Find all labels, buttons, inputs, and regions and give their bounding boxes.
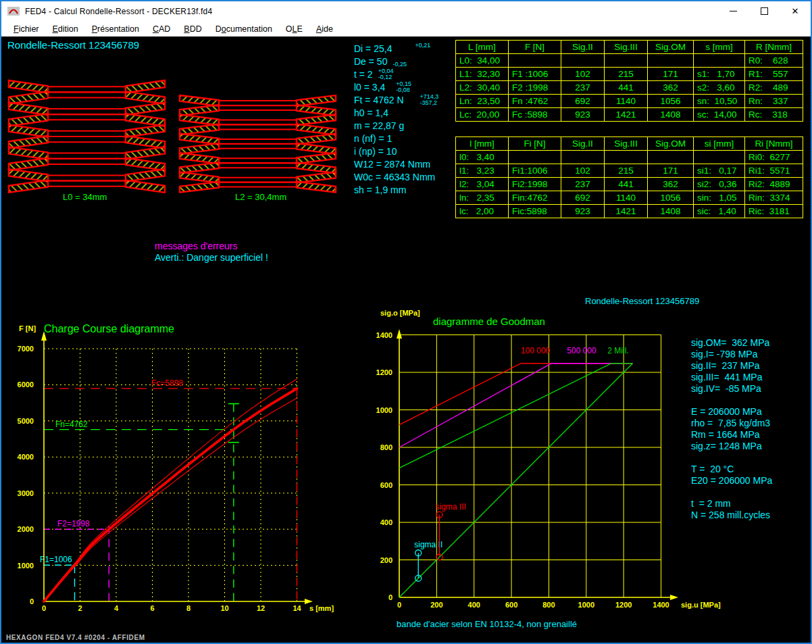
app-icon [7, 7, 20, 16]
menu-item-bdd[interactable]: BDD [177, 24, 208, 34]
stress-value-line: T = 20 °C [691, 464, 772, 475]
column-header: s [mm] [694, 41, 745, 54]
svg-text:200: 200 [430, 601, 442, 609]
maximize-button[interactable] [748, 1, 780, 21]
table-cell: l2: 3,04 [456, 178, 509, 191]
table-cell: ln: 2,35 [456, 191, 509, 205]
table-cell: si2: 0,36 [694, 178, 745, 191]
table-cell: 362 [648, 178, 694, 191]
table-cell: 441 [605, 81, 648, 95]
menu-item-documentation[interactable]: Documentation [209, 24, 279, 34]
table-cell: F1 :1006 [509, 68, 561, 81]
table-row: L1: 32,30F1 :1006102215171s1: 1,70R1: 55… [456, 68, 803, 81]
stress-value-line [691, 487, 772, 498]
table-cell: R2: 489 [745, 81, 803, 95]
table-cell: L0: 34,00 [456, 54, 509, 68]
table-cell: Lc: 20,00 [456, 108, 509, 122]
table-cell: Ri0: 6277 [745, 151, 803, 164]
table-cell [561, 54, 605, 68]
svg-text:3000: 3000 [18, 489, 34, 497]
svg-text:F [N]: F [N] [19, 324, 36, 332]
goodman-footnote: bande d'acier selon EN 10132-4, non gren… [397, 619, 577, 629]
stress-value-line: sig.IV= -85 MPa [691, 383, 772, 395]
column-header: Fi [N] [509, 137, 561, 151]
svg-text:500 000: 500 000 [567, 346, 597, 355]
menu-item-fichier[interactable]: Fichier [7, 24, 46, 34]
table-cell [694, 54, 745, 68]
table-cell: Fc :5898 [509, 108, 561, 122]
table-row: l0: 3,40Ri0: 6277 [456, 151, 803, 164]
minimize-button[interactable] [717, 1, 748, 21]
svg-text:2 Mill.: 2 Mill. [607, 346, 628, 355]
stress-value-line: N = 258 mill.cycles [691, 510, 772, 521]
column-header: si [mm] [694, 137, 745, 151]
table-cell: 215 [605, 68, 648, 81]
column-header: Sig.II [561, 41, 605, 54]
svg-text:sigma II: sigma II [414, 540, 442, 549]
parameter-line: i (np) = 10 [354, 145, 438, 158]
stress-values-panel: sig.OM= 362 MPasig.I= -798 MPasig.II= 23… [691, 337, 772, 521]
menu-item-ole[interactable]: OLE [279, 24, 309, 34]
stress-value-line: Rm = 1664 MPa [691, 429, 772, 441]
window-title: FED4 - Calcul Rondelle-Ressort - DECKER1… [25, 7, 212, 16]
svg-text:600: 600 [380, 481, 392, 489]
table-cell: F2 :1998 [509, 81, 561, 95]
svg-text:1000: 1000 [18, 562, 34, 570]
column-header: l [mm] [456, 137, 509, 151]
svg-text:5000: 5000 [18, 417, 34, 425]
table-cell: Ri2: 4889 [745, 178, 803, 191]
table-cell: Rin: 3374 [745, 191, 803, 205]
close-icon: ✕ [792, 7, 799, 16]
stress-value-line: sig.II= 237 MPa [691, 360, 772, 372]
svg-text:4000: 4000 [18, 453, 34, 461]
close-button[interactable]: ✕ [780, 1, 811, 21]
table-cell: s2: 3,60 [694, 81, 745, 95]
table-cell: Rc: 318 [745, 108, 803, 122]
results-table-single-disc: l [mm]Fi [N]Sig.IISig.IIISig.OMsi [mm]Ri… [455, 137, 803, 218]
parameter-line: n (nf) = 1 [354, 132, 438, 145]
table-cell: Fin:4762 [509, 191, 561, 205]
spring-stack-diagram [7, 75, 340, 197]
parameters-block: Di = 25,4+0,21 De = 50 -0,25t = 2+0,04-0… [354, 43, 438, 197]
menu-item-cad[interactable]: CAD [146, 24, 177, 34]
table-cell: Fi2:1998 [509, 178, 561, 191]
table-cell: 692 [561, 95, 605, 108]
table-cell: 237 [561, 81, 605, 95]
stress-value-line: sig.OM= 362 MPa [691, 337, 772, 349]
table-cell: 102 [561, 164, 605, 178]
titlebar: FED4 - Calcul Rondelle-Ressort - DECKER1… [1, 1, 811, 21]
table-cell: Fi1:1006 [509, 164, 561, 178]
parameter-line: h0 = 1,4 [354, 107, 438, 120]
parameter-line: Di = 25,4+0,21 [354, 43, 438, 55]
status-bar: HEXAGON FED4 V7.4 #0204 - AFFIDEM [6, 634, 145, 641]
table-cell: 441 [605, 178, 648, 191]
column-header: Ri [Nmm] [745, 137, 803, 151]
svg-text:6000: 6000 [18, 380, 34, 389]
stress-value-line: rho = 7,85 kg/dm3 [691, 418, 772, 429]
table-cell: Rn: 337 [745, 95, 803, 108]
menu-item-aide[interactable]: Aide [309, 24, 340, 34]
table-cell: Fn :4762 [509, 95, 561, 108]
parameter-line: t = 2+0,04-0,12 [354, 68, 438, 81]
svg-text:sig.o [MPa]: sig.o [MPa] [380, 309, 420, 317]
table-cell: sc: 14,00 [694, 108, 745, 122]
warning-message: Averti.: Danger superficiel ! [155, 252, 268, 263]
parameter-line: Ft = 4762 N+714,3-357,2 [354, 94, 438, 107]
stress-value-line: sig.III= 441 MPa [691, 372, 772, 383]
table-cell: 237 [561, 178, 605, 191]
table-cell: 1408 [648, 108, 694, 122]
table-cell: sic: 1,40 [694, 205, 745, 218]
svg-text:6: 6 [150, 604, 154, 612]
svg-text:0: 0 [388, 593, 392, 601]
menu-item-presentation[interactable]: Présentation [85, 24, 146, 34]
menubar: FichierEditionPrésentationCADBDDDocument… [1, 21, 811, 36]
parameter-line: W12 = 2874 Nmm [354, 158, 438, 171]
column-header: Sig.III [605, 137, 648, 151]
column-header: F [N] [509, 41, 561, 54]
table-cell: sn: 10,50 [694, 95, 745, 108]
svg-text:2000: 2000 [18, 525, 34, 533]
svg-text:Fc=5898: Fc=5898 [151, 378, 183, 388]
table-cell: l0: 3,40 [456, 151, 509, 164]
menu-item-edition[interactable]: Edition [46, 24, 85, 34]
table-cell: L2: 30,40 [456, 81, 509, 95]
